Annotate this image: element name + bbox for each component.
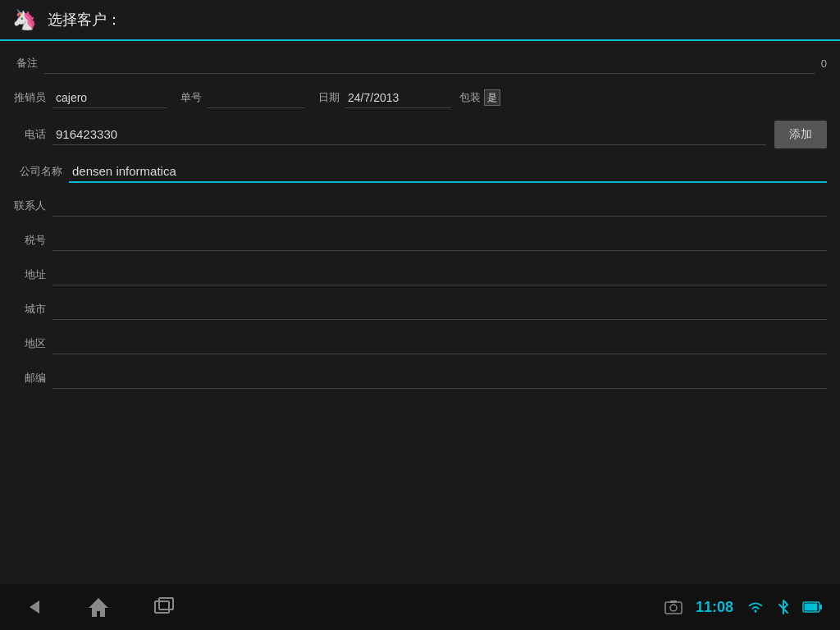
salesperson-input[interactable] [52,88,167,108]
svg-marker-1 [89,598,108,617]
tax-input[interactable] [52,231,827,251]
svg-point-5 [670,605,677,611]
battery-icon [802,600,824,614]
company-name-input[interactable] [69,161,827,183]
phone-input[interactable] [56,127,763,141]
contact-row: 联系人 [13,192,827,220]
remarks-label: 备注 [13,56,38,71]
packing-group: 包装 是 [459,89,500,106]
tax-row: 税号 [13,226,827,254]
packing-label: 包装 [459,90,481,105]
back-icon [21,596,44,619]
postal-code-input[interactable] [52,368,827,389]
time-display: 11:08 [696,599,733,616]
city-label: 城市 [13,302,46,317]
order-number-group: 单号 [180,88,305,108]
svg-marker-0 [30,600,39,614]
header: 🦄 选择客户： [0,0,840,41]
remarks-count: 0 [821,57,827,70]
svg-rect-10 [805,604,818,611]
region-label: 地区 [13,336,46,351]
city-input[interactable] [52,299,827,320]
svg-point-7 [755,610,757,613]
page-title: 选择客户： [48,10,121,30]
region-input[interactable] [52,334,827,354]
remarks-row: 备注 0 [13,49,827,77]
postal-code-row: 邮编 [13,364,827,392]
recent-apps-icon [153,596,176,619]
city-row: 城市 [13,295,827,323]
address-label: 地址 [13,267,46,282]
svg-rect-3 [159,598,173,609]
phone-label: 电话 [13,127,46,142]
tax-label: 税号 [13,233,46,248]
date-label: 日期 [318,90,340,105]
recent-apps-button[interactable] [148,592,180,622]
main-content: 备注 0 推销员 单号 日期 包装 是 电话 添加 公司名称 [0,41,840,407]
date-input[interactable] [345,88,451,108]
phone-input-container [52,124,766,145]
svg-rect-9 [819,605,822,609]
bluetooth-icon [778,599,789,615]
date-group: 日期 [318,88,451,108]
home-button[interactable] [82,592,115,622]
packing-checkbox[interactable]: 是 [484,89,500,106]
salesperson-label: 推销员 [13,90,46,105]
photo-icon [664,600,682,614]
home-icon [87,596,110,619]
order-number-label: 单号 [180,90,202,105]
postal-code-label: 邮编 [13,371,46,386]
contact-label: 联系人 [13,199,46,213]
svg-rect-2 [155,601,169,613]
svg-rect-6 [670,600,677,603]
nav-left-buttons [16,592,180,622]
navigation-bar: 11:08 [0,584,840,630]
address-input[interactable] [52,265,827,285]
svg-rect-4 [665,602,682,614]
contact-input[interactable] [52,196,827,217]
address-row: 地址 [13,261,827,289]
packing-value: 是 [487,91,497,105]
region-row: 地区 [13,330,827,358]
nav-right-status: 11:08 [664,599,824,616]
phone-row: 电话 添加 [13,118,827,151]
app-logo: 🦄 [10,5,39,34]
company-name-row: 公司名称 [13,158,827,185]
back-button[interactable] [16,592,49,622]
wifi-icon [746,600,765,614]
company-name-label: 公司名称 [13,164,62,179]
remarks-input[interactable] [44,53,815,74]
order-number-input[interactable] [207,88,305,108]
salesperson-row: 推销员 单号 日期 包装 是 [13,84,827,112]
add-button[interactable]: 添加 [774,121,827,148]
